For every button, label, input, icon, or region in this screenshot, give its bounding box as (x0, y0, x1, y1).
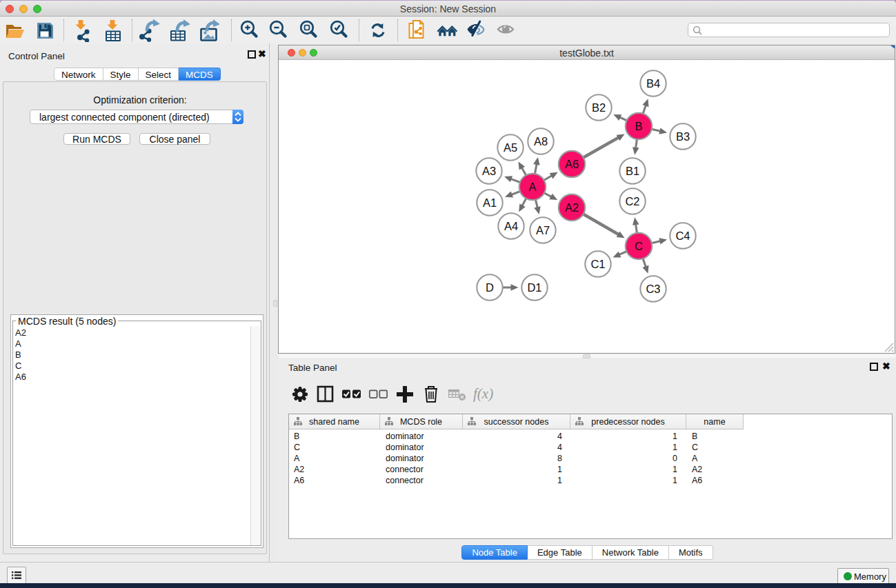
svg-text:B3: B3 (676, 130, 690, 143)
svg-text:A3: A3 (482, 165, 496, 177)
svg-text:B4: B4 (646, 77, 660, 90)
svg-text:A6: A6 (565, 158, 579, 170)
svg-text:C: C (635, 240, 643, 252)
svg-text:D1: D1 (527, 281, 541, 294)
svg-text:A4: A4 (504, 220, 518, 232)
svg-text:A7: A7 (536, 224, 550, 236)
svg-text:C2: C2 (625, 195, 639, 207)
svg-text:A1: A1 (483, 196, 497, 209)
svg-text:B1: B1 (626, 165, 639, 177)
svg-text:C4: C4 (675, 230, 690, 242)
svg-text:A2: A2 (565, 201, 579, 214)
svg-text:C1: C1 (590, 258, 605, 270)
svg-text:A5: A5 (504, 141, 517, 154)
svg-text:B2: B2 (592, 101, 606, 114)
svg-text:C3: C3 (646, 283, 660, 295)
svg-text:D: D (486, 281, 494, 294)
svg-text:B: B (635, 120, 642, 132)
svg-text:A8: A8 (534, 135, 548, 148)
svg-text:A: A (528, 181, 536, 193)
